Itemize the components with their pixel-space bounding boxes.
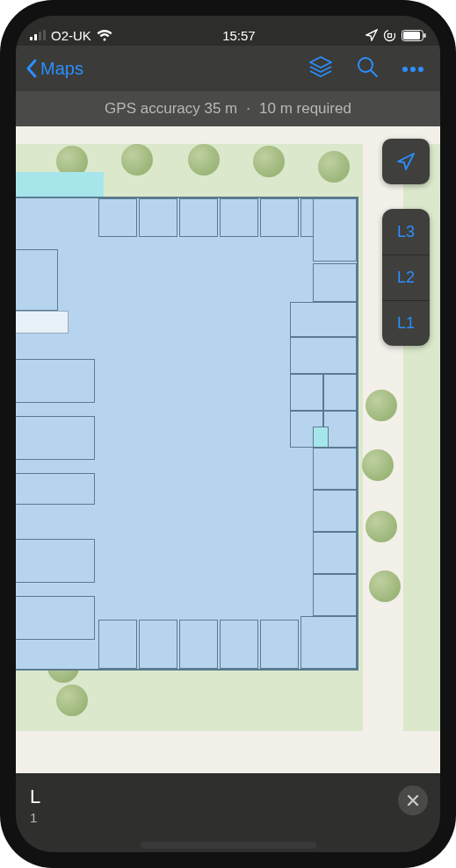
selected-room bbox=[313, 427, 329, 448]
tree-icon bbox=[366, 390, 397, 421]
room bbox=[290, 337, 357, 374]
room bbox=[220, 198, 258, 237]
room bbox=[300, 616, 357, 669]
wifi-icon bbox=[97, 30, 112, 41]
room bbox=[313, 198, 357, 262]
level-button-l1[interactable]: L1 bbox=[382, 300, 430, 346]
gps-accuracy-text: GPS accuracy 35 m bbox=[105, 100, 237, 118]
map-buttons: L3 L2 L1 bbox=[382, 139, 430, 346]
room bbox=[139, 620, 177, 669]
svg-rect-3 bbox=[43, 30, 46, 40]
map-path bbox=[16, 731, 440, 773]
room bbox=[98, 620, 137, 669]
building-roof bbox=[16, 172, 104, 197]
tree-icon bbox=[318, 151, 350, 183]
svg-point-13 bbox=[418, 67, 423, 72]
close-icon bbox=[406, 793, 420, 807]
back-button[interactable]: Maps bbox=[25, 58, 83, 79]
room bbox=[313, 532, 357, 574]
room bbox=[179, 620, 218, 669]
orientation-lock-icon bbox=[383, 29, 396, 42]
signal-icon bbox=[30, 30, 46, 40]
level-button-l3[interactable]: L3 bbox=[382, 209, 430, 255]
room bbox=[16, 359, 95, 403]
map-canvas[interactable]: L3 L2 L1 bbox=[16, 126, 440, 773]
room bbox=[16, 249, 58, 311]
svg-point-12 bbox=[410, 67, 416, 72]
sheet-subtitle: 1 bbox=[30, 810, 426, 825]
tree-icon bbox=[56, 685, 88, 716]
phone-frame: O2-UK 15:57 Maps bbox=[0, 0, 456, 868]
svg-rect-1 bbox=[34, 34, 37, 40]
svg-rect-8 bbox=[423, 33, 425, 38]
room bbox=[260, 198, 299, 237]
locate-me-button[interactable] bbox=[382, 139, 430, 184]
svg-point-11 bbox=[402, 67, 408, 72]
sheet-title: L bbox=[30, 786, 426, 808]
tree-icon bbox=[369, 570, 401, 602]
tree-icon bbox=[366, 511, 397, 542]
room bbox=[313, 574, 357, 616]
room bbox=[16, 596, 95, 640]
navigation-arrow-icon bbox=[395, 151, 416, 172]
close-sheet-button[interactable] bbox=[398, 786, 428, 815]
tree-icon bbox=[121, 144, 153, 176]
svg-line-10 bbox=[371, 70, 377, 76]
carrier-label: O2-UK bbox=[51, 28, 91, 43]
search-button[interactable] bbox=[356, 55, 379, 82]
room bbox=[313, 263, 357, 302]
room bbox=[98, 198, 137, 237]
svg-point-4 bbox=[384, 30, 394, 40]
room bbox=[313, 448, 357, 490]
tree-icon bbox=[362, 449, 394, 481]
room bbox=[260, 620, 299, 669]
battery-icon bbox=[402, 30, 426, 41]
chevron-left-icon bbox=[25, 58, 39, 79]
svg-rect-0 bbox=[30, 37, 33, 40]
corridor bbox=[16, 311, 69, 334]
tree-icon bbox=[253, 146, 285, 177]
search-icon bbox=[356, 55, 379, 78]
ellipsis-icon bbox=[402, 66, 424, 73]
room bbox=[313, 490, 357, 532]
level-button-l2[interactable]: L2 bbox=[382, 255, 430, 300]
room bbox=[220, 620, 258, 669]
room bbox=[16, 416, 95, 460]
status-bar: O2-UK 15:57 bbox=[16, 16, 440, 46]
room bbox=[323, 374, 357, 411]
clock: 15:57 bbox=[222, 28, 256, 43]
bottom-sheet[interactable]: L 1 bbox=[16, 773, 440, 852]
gps-required-text: 10 m required bbox=[259, 100, 351, 118]
layers-icon bbox=[308, 55, 333, 78]
room bbox=[16, 539, 95, 583]
gps-accuracy-banner: GPS accuracy 35 m · 10 m required bbox=[16, 91, 440, 126]
svg-rect-5 bbox=[387, 33, 391, 37]
floor-level-switcher: L3 L2 L1 bbox=[382, 209, 430, 346]
svg-rect-7 bbox=[403, 32, 420, 39]
tree-icon bbox=[188, 144, 220, 176]
more-button[interactable] bbox=[402, 61, 424, 76]
room bbox=[139, 198, 177, 237]
svg-rect-2 bbox=[39, 32, 41, 40]
back-label: Maps bbox=[40, 59, 83, 79]
room bbox=[290, 374, 323, 411]
layers-button[interactable] bbox=[308, 55, 333, 82]
room bbox=[16, 473, 95, 505]
nav-bar: Maps bbox=[16, 46, 440, 91]
screen: O2-UK 15:57 Maps bbox=[16, 16, 440, 852]
location-arrow-icon bbox=[366, 29, 378, 41]
room bbox=[290, 302, 357, 337]
separator-dot: · bbox=[246, 100, 250, 118]
room bbox=[179, 198, 218, 237]
